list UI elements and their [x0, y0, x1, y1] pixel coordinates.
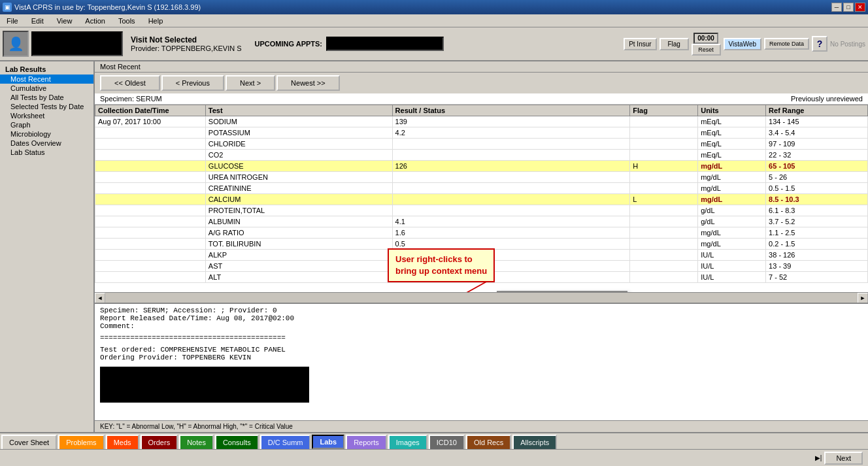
redacted-box [100, 367, 309, 403]
menu-help[interactable]: Help [144, 16, 167, 26]
reset-button[interactable]: Reset [692, 44, 721, 56]
cell-ref: 3.4 - 5.4 [766, 127, 868, 139]
tab-dcsum[interactable]: D/C Summ [260, 435, 311, 449]
sidebar-item-lab-status[interactable]: Lab Status [0, 148, 93, 157]
menu-file[interactable]: File [3, 16, 22, 26]
patient-bar: 👤 Visit Not Selected Provider: TOPPENBER… [0, 27, 868, 61]
scroll-left-button[interactable]: ◄ [95, 293, 105, 303]
window-controls[interactable]: ─ □ ✕ [831, 3, 865, 12]
oldest-button[interactable]: << Oldest [100, 75, 160, 91]
tab-oldrecs[interactable]: Old Recs [466, 435, 511, 449]
cell-flag: H [630, 161, 698, 172]
sidebar-item-graph[interactable]: Graph [0, 120, 93, 129]
table-row[interactable]: TOT. BILIRUBIN 0.5 mg/dL 0.2 - 1.5 [95, 239, 868, 250]
table-row[interactable]: UREA NITROGEN mg/dL 5 - 26 [95, 172, 868, 183]
tab-labs[interactable]: Labs [312, 435, 344, 449]
cell-date [95, 227, 206, 239]
table-row[interactable]: CREATININE mg/dL 0.5 - 1.5 [95, 183, 868, 194]
cell-test: TOT. BILIRUBIN [205, 239, 392, 250]
maximize-button[interactable]: □ [843, 3, 854, 12]
cell-ref: 6.1 - 8.3 [766, 205, 868, 216]
scroll-track[interactable] [105, 293, 858, 303]
next-button[interactable]: Next > [225, 75, 275, 91]
nav-buttons: << Oldest < Previous Next > Newest >> [95, 73, 868, 93]
key-label: KEY: "L" = Abnormal Low, "H" = Abnormal … [100, 423, 293, 430]
remote-data-button[interactable]: Remote Data [764, 38, 809, 50]
tab-icd10[interactable]: ICD10 [429, 435, 465, 449]
cell-units: mg/dL [698, 239, 766, 250]
cell-test: A/G RATIO [205, 227, 392, 239]
pt-insur-button[interactable]: Pt Insur [624, 38, 656, 50]
help-button[interactable]: ? [812, 36, 827, 52]
sidebar-item-all-tests[interactable]: All Tests by Date [0, 93, 93, 102]
cell-test: CHLORIDE [205, 139, 392, 150]
tab-allscripts[interactable]: Allscripts [512, 435, 557, 449]
cell-units: mg/dL [698, 183, 766, 194]
menu-edit[interactable]: Edit [27, 16, 48, 26]
table-row[interactable]: CO2 mEq/L 22 - 32 [95, 150, 868, 161]
cell-result [392, 183, 630, 194]
context-menu[interactable]: Create Lab Note Ctrl+N Send Lab Alert Ct… [497, 291, 627, 292]
tab-cover-sheet[interactable]: Cover Sheet [1, 435, 57, 449]
sidebar-item-dates-overview[interactable]: Dates Overview [0, 139, 93, 148]
cell-flag: L [630, 194, 698, 205]
status-next-button[interactable]: Next [824, 452, 863, 465]
scroll-right-button[interactable]: ► [858, 293, 868, 303]
cell-result [392, 139, 630, 150]
cell-units: mg/dL [698, 161, 766, 172]
right-buttons[interactable]: Pt Insur Flag 00:00 Reset VistaWeb Remot… [624, 33, 865, 56]
cell-units: mEq/L [698, 150, 766, 161]
patient-info: Visit Not Selected Provider: TOPPENBERG,… [125, 34, 247, 54]
close-button[interactable]: ✕ [855, 3, 865, 12]
cell-test: CO2 [205, 150, 392, 161]
cell-date [95, 172, 206, 183]
tab-meds[interactable]: Meds [106, 435, 139, 449]
table-row[interactable]: GLUCOSE 126 H mg/dL 65 - 105 [95, 161, 868, 172]
table-row[interactable]: A/G RATIO 1.6 mg/dL 1.1 - 2.5 [95, 227, 868, 239]
cell-flag [630, 150, 698, 161]
cell-test: CALCIUM [205, 194, 392, 205]
sidebar: Lab Results Most Recent Cumulative All T… [0, 61, 95, 432]
previous-button[interactable]: < Previous [161, 75, 224, 91]
table-row[interactable]: Aug 07, 2017 10:00 SODIUM 139 mEq/L 134 … [95, 116, 868, 127]
sidebar-item-microbiology[interactable]: Microbiology [0, 129, 93, 139]
cell-units: g/dL [698, 216, 766, 227]
cell-date: Aug 07, 2017 10:00 [95, 116, 206, 127]
table-row[interactable]: CALCIUM L mg/dL 8.5 - 10.3 [95, 194, 868, 205]
menu-action[interactable]: Action [81, 16, 109, 26]
window-title: VistA CPRS in use by: Toppenberg,Kevin S… [14, 3, 201, 11]
sidebar-item-selected-tests[interactable]: Selected Tests by Date [0, 102, 93, 111]
table-row[interactable]: CHLORIDE mEq/L 97 - 109 [95, 139, 868, 150]
tab-images[interactable]: Images [388, 435, 427, 449]
cell-ref: 0.5 - 1.5 [766, 183, 868, 194]
sidebar-item-most-recent[interactable]: Most Recent [0, 75, 93, 84]
cell-date [95, 150, 206, 161]
col-ref: Ref Range [766, 105, 868, 116]
table-row[interactable]: PROTEIN,TOTAL g/dL 6.1 - 8.3 [95, 205, 868, 216]
tab-reports[interactable]: Reports [346, 435, 387, 449]
horizontal-scrollbar[interactable]: ◄ ► [95, 292, 868, 303]
sidebar-item-cumulative[interactable]: Cumulative [0, 84, 93, 93]
menu-view[interactable]: View [53, 16, 76, 26]
lab-table-wrapper[interactable]: Collection Date/Time Test Result / Statu… [95, 105, 868, 292]
cell-flag [630, 227, 698, 239]
cell-units: mg/dL [698, 227, 766, 239]
menu-tools[interactable]: Tools [114, 16, 139, 26]
table-row[interactable]: ALBUMIN 4.1 g/dL 3.7 - 5.2 [95, 216, 868, 227]
newest-button[interactable]: Newest >> [276, 75, 340, 91]
tab-problems[interactable]: Problems [58, 435, 104, 449]
sidebar-item-worksheet[interactable]: Worksheet [0, 111, 93, 120]
time-display: 00:00 [693, 33, 718, 44]
bottom-text-area[interactable]: Specimen: SERUM; Accession: ; Provider: … [95, 304, 868, 420]
upcoming-label: UPCOMING APPTS: [255, 40, 323, 48]
vistaweb-button[interactable]: VistaWeb [724, 38, 761, 50]
next-icon: ▶| [815, 454, 822, 461]
tab-consults[interactable]: Consults [215, 435, 259, 449]
cell-date [95, 205, 206, 216]
flag-button[interactable]: Flag [659, 38, 689, 50]
minimize-button[interactable]: ─ [831, 3, 842, 12]
tab-orders[interactable]: Orders [141, 435, 178, 449]
table-row[interactable]: POTASSIUM 4.2 mEq/L 3.4 - 5.4 [95, 127, 868, 139]
tab-notes[interactable]: Notes [179, 435, 214, 449]
cell-flag [630, 172, 698, 183]
